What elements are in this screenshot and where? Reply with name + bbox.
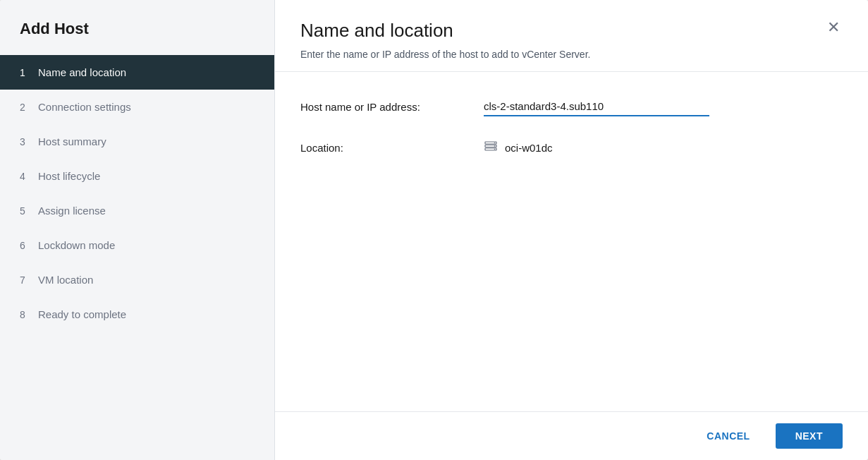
step-label-1: Connection settings [38, 101, 131, 113]
host-input-wrapper [484, 97, 843, 116]
sidebar-step-2[interactable]: 3 Host summary [0, 124, 274, 159]
step-subtitle: Enter the name or IP address of the host… [300, 49, 590, 60]
location-row: Location: [300, 139, 843, 157]
step-title: Name and location [300, 20, 590, 42]
host-name-row: Host name or IP address: [300, 97, 843, 116]
sidebar-step-0[interactable]: 1 Name and location [0, 55, 274, 90]
svg-point-3 [494, 143, 496, 144]
svg-point-4 [494, 145, 496, 147]
host-label: Host name or IP address: [300, 101, 484, 113]
add-host-dialog: Add Host 1 Name and location 2 Connectio… [0, 0, 868, 460]
sidebar-step-4[interactable]: 5 Assign license [0, 193, 274, 228]
sidebar-step-5[interactable]: 6 Lockdown mode [0, 228, 274, 262]
step-label-7: Ready to complete [38, 308, 126, 320]
step-num-4: 5 [20, 205, 31, 217]
step-num-7: 8 [20, 309, 31, 320]
step-label-6: VM location [38, 274, 93, 286]
form-body: Host name or IP address: Location: [275, 72, 868, 411]
main-header: Name and location Enter the name or IP a… [275, 0, 868, 72]
step-label-4: Assign license [38, 205, 106, 217]
close-icon: ✕ [827, 18, 840, 36]
step-label-5: Lockdown mode [38, 239, 115, 251]
close-button[interactable]: ✕ [824, 17, 843, 38]
datacenter-icon [484, 139, 498, 157]
sidebar-step-3[interactable]: 4 Host lifecycle [0, 159, 274, 193]
step-label-0: Name and location [38, 66, 126, 78]
step-label-3: Host lifecycle [38, 170, 100, 182]
step-num-3: 4 [20, 171, 31, 182]
dialog-title: Add Host [0, 0, 274, 55]
next-button[interactable]: NEXT [776, 423, 843, 449]
host-input[interactable] [484, 97, 709, 116]
sidebar-step-1[interactable]: 2 Connection settings [0, 90, 274, 124]
header-left: Name and location Enter the name or IP a… [300, 20, 590, 60]
steps-list: 1 Name and location 2 Connection setting… [0, 55, 274, 460]
sidebar-step-6[interactable]: 7 VM location [0, 262, 274, 297]
location-display: oci-w01dc [484, 139, 843, 157]
location-label: Location: [300, 142, 484, 154]
step-num-6: 7 [20, 274, 31, 286]
location-value-wrapper: oci-w01dc [484, 139, 843, 157]
sidebar: Add Host 1 Name and location 2 Connectio… [0, 0, 275, 460]
step-num-5: 6 [20, 240, 31, 251]
svg-point-5 [494, 149, 496, 150]
sidebar-step-7[interactable]: 8 Ready to complete [0, 297, 274, 332]
step-num-2: 3 [20, 136, 31, 147]
step-label-2: Host summary [38, 135, 106, 147]
step-num-0: 1 [20, 67, 31, 78]
footer: CANCEL NEXT [275, 411, 868, 460]
step-num-1: 2 [20, 102, 31, 113]
cancel-button[interactable]: CANCEL [692, 423, 764, 449]
location-text: oci-w01dc [505, 142, 553, 154]
main-panel: Name and location Enter the name or IP a… [275, 0, 868, 460]
